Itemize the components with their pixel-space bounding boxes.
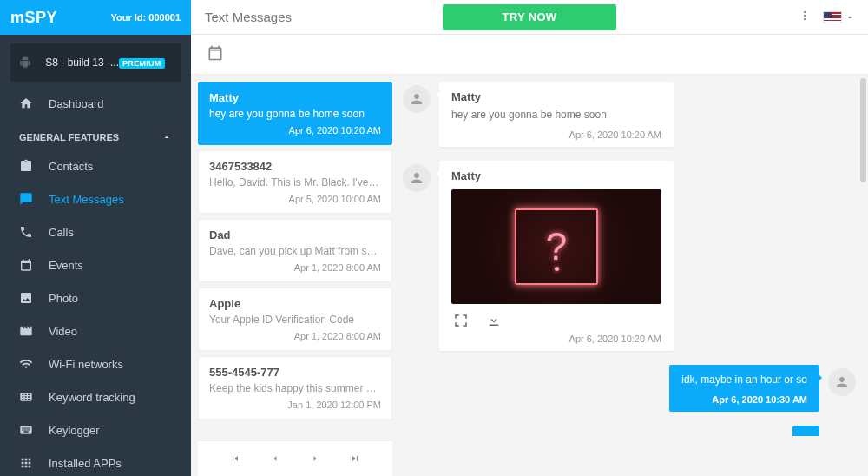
clipboard-icon	[19, 159, 33, 173]
date-filter[interactable]	[207, 44, 224, 64]
android-icon	[19, 56, 31, 69]
more-menu[interactable]	[799, 9, 811, 25]
fullscreen-icon[interactable]	[453, 313, 469, 328]
conversation-item[interactable]: Dad Dave, can you pick up Matt from scho…	[198, 219, 392, 282]
sidebar: mSPY Your Id: 000001 S8 - build 13 -...P…	[0, 0, 191, 476]
download-icon[interactable]	[486, 313, 502, 328]
nav-events[interactable]: Events	[0, 248, 191, 281]
conversation-list: Matty hey are you gonna be home soon Apr…	[191, 75, 392, 440]
main: Text Messages TRY NOW Matty	[191, 0, 868, 476]
kebab-icon	[799, 9, 811, 23]
nav-label: Calls	[49, 226, 74, 239]
conversation-column: Matty hey are you gonna be home soon Apr…	[191, 75, 392, 476]
svg-point-0	[804, 11, 806, 13]
message-in-image: Matty ? Apr 6, 2020 10:20 AM	[403, 161, 856, 351]
conversation-item[interactable]: Apple Your Apple ID Verification Code Ap…	[198, 288, 392, 351]
message-body: hey are you gonna be home soon	[451, 109, 661, 121]
nav-label: Photo	[49, 292, 78, 305]
nav-label: Video	[49, 325, 77, 338]
attachment-image[interactable]: ?	[451, 189, 661, 304]
message-out	[403, 426, 856, 436]
sidebar-nav: Dashboard GENERAL FEATURES Contacts Text…	[0, 87, 191, 476]
svg-point-2	[804, 18, 806, 20]
message-body: idk, maybe in an hour or so	[681, 374, 807, 386]
nav-contacts[interactable]: Contacts	[0, 149, 191, 182]
calendar-icon	[19, 258, 33, 272]
nav-wifi[interactable]: Wi-Fi networks	[0, 347, 191, 380]
content: Matty hey are you gonna be home soon Apr…	[191, 75, 868, 476]
nav-installed-apps[interactable]: Installed APPs	[0, 446, 191, 476]
nav-text-messages[interactable]: Text Messages	[0, 182, 191, 215]
phone-icon	[19, 225, 33, 239]
message-bubble[interactable]: idk, maybe in an hour or so Apr 6, 2020 …	[669, 365, 819, 412]
nav-label: Keyword tracking	[49, 391, 135, 404]
nav-calls[interactable]: Calls	[0, 215, 191, 248]
user-id: Your Id: 000001	[111, 12, 181, 23]
page-next[interactable]	[310, 453, 320, 464]
page-prev[interactable]	[270, 453, 280, 464]
brand-logo: mSPY	[10, 9, 57, 27]
flag-us-icon	[823, 11, 842, 23]
avatar	[828, 368, 856, 396]
message-out: idk, maybe in an hour or so Apr 6, 2020 …	[403, 365, 856, 412]
message-time: Apr 6, 2020 10:20 AM	[451, 129, 661, 140]
nav-keylogger[interactable]: Keylogger	[0, 413, 191, 446]
message-bubble[interactable]: Matty hey are you gonna be home soon Apr…	[439, 82, 674, 147]
person-icon	[834, 374, 850, 390]
avatar	[403, 85, 431, 113]
keyboard-icon	[19, 390, 33, 404]
device-name: S8 - build 13 -...PREMIUM	[38, 56, 172, 69]
nav-label: Installed APPs	[49, 457, 122, 470]
toolbar	[191, 35, 868, 75]
conversation-item[interactable]: 555-4545-777 Keep the kids happy this su…	[198, 356, 392, 420]
message-in: Matty hey are you gonna be home soon Apr…	[403, 82, 856, 147]
nav-label: Text Messages	[49, 193, 124, 206]
person-icon	[409, 91, 424, 107]
conversation-preview: Hello, David. This is Mr. Black. I've no…	[209, 176, 381, 188]
device-picker[interactable]: S8 - build 13 -...PREMIUM	[10, 43, 181, 82]
try-now-button[interactable]: TRY NOW	[443, 4, 616, 30]
nav-label: Keylogger	[49, 424, 100, 437]
message-sender: Matty	[439, 161, 674, 189]
conversation-name: Matty	[209, 91, 381, 104]
message-time: Apr 6, 2020 10:20 AM	[439, 328, 674, 344]
message-image-bubble[interactable]: Matty ? Apr 6, 2020 10:20 AM	[439, 161, 674, 351]
message-sender: Matty	[451, 90, 661, 103]
chevron-up-icon	[161, 132, 172, 142]
message-bubble[interactable]	[792, 426, 819, 436]
nav-keyword-tracking[interactable]: Keyword tracking	[0, 380, 191, 413]
wifi-icon	[19, 357, 33, 371]
sidebar-top: mSPY Your Id: 000001	[0, 0, 191, 35]
page-last[interactable]	[350, 453, 360, 464]
premium-badge: PREMIUM	[119, 58, 165, 69]
keyboard2-icon	[19, 423, 33, 437]
image-icon	[19, 291, 33, 305]
avatar	[403, 164, 431, 192]
conversation-preview: Dave, can you pick up Matt from schoo...	[209, 245, 381, 257]
page-first[interactable]	[230, 453, 240, 464]
nav-photo[interactable]: Photo	[0, 281, 191, 314]
language-picker[interactable]	[823, 11, 854, 23]
page-title: Text Messages	[205, 10, 292, 24]
nav-label: Dashboard	[49, 97, 104, 110]
apps-icon	[19, 456, 33, 470]
conversation-name: 555-4545-777	[209, 366, 381, 379]
person-icon	[409, 170, 424, 186]
nav-section-general[interactable]: GENERAL FEATURES	[0, 120, 191, 149]
video-icon	[19, 324, 33, 338]
conversation-name: Apple	[209, 297, 381, 310]
conversation-item[interactable]: Matty hey are you gonna be home soon Apr…	[198, 82, 392, 145]
nav-video[interactable]: Video	[0, 314, 191, 347]
conversation-time: Apr 6, 2020 10:20 AM	[209, 125, 381, 136]
conversation-item[interactable]: 3467533842 Hello, David. This is Mr. Bla…	[198, 150, 392, 214]
nav-label: Contacts	[49, 160, 93, 173]
nav-label: Events	[49, 259, 83, 272]
conversation-preview: Keep the kids happy this summer with ...	[209, 382, 381, 394]
svg-point-1	[804, 15, 806, 17]
section-label: GENERAL FEATURES	[19, 132, 119, 142]
conversation-time: Apr 5, 2020 10:00 AM	[209, 194, 381, 204]
conversation-time: Jan 1, 2020 12:00 PM	[209, 400, 381, 410]
conversation-time: Apr 1, 2020 8:00 AM	[209, 262, 381, 273]
conversation-time: Apr 1, 2020 8:00 AM	[209, 331, 381, 341]
nav-dashboard[interactable]: Dashboard	[0, 87, 191, 120]
